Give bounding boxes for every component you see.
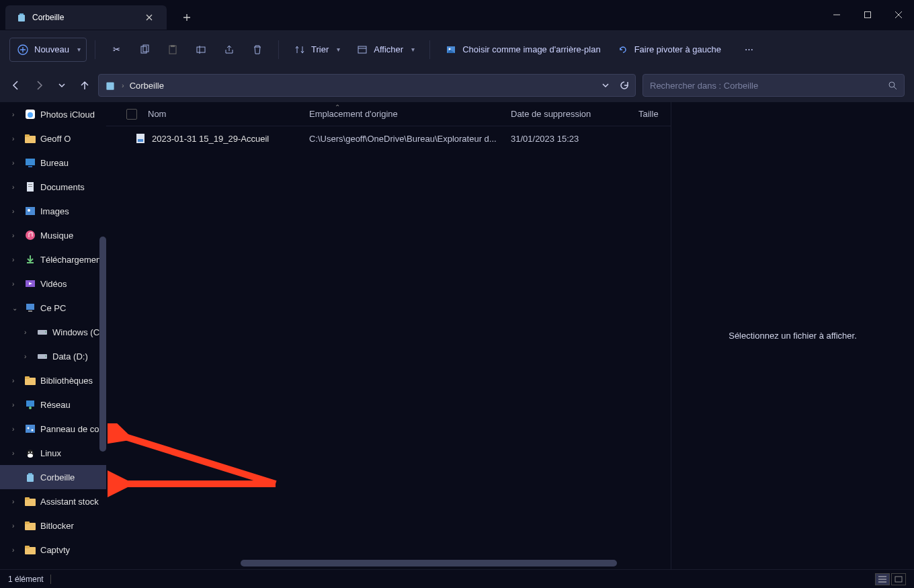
expand-icon[interactable]: › [12,232,20,239]
sidebar-item-label: Data (D:) [52,351,88,362]
minimize-button[interactable] [821,4,852,26]
expand-icon[interactable]: › [12,401,20,409]
sidebar-item-bureau[interactable]: ›Bureau [0,151,106,175]
rotate-icon [617,44,629,56]
file-list: Nom ⌃ Emplacement d'origine Date de supp… [106,102,671,569]
sidebar-item-t-l-chargemen[interactable]: ›Téléchargemen [0,247,106,271]
back-button[interactable] [9,79,23,92]
svg-point-24 [28,209,30,212]
recycle-bin-icon [16,12,27,23]
forward-button[interactable] [32,79,46,92]
up-button[interactable] [78,79,91,92]
tiles-view-button[interactable] [891,573,906,585]
paste-button[interactable] [160,38,185,62]
expand-icon[interactable]: › [12,256,20,263]
expand-icon[interactable]: › [12,280,20,288]
recycle-bin-icon [104,79,116,91]
sidebar-item-photos-icloud[interactable]: ›Photos iCloud [0,102,106,126]
delete-button[interactable] [245,38,270,62]
sidebar-item-ce-pc[interactable]: ⌄Ce PC [0,296,106,320]
horizontal-scrollbar[interactable] [241,560,617,566]
column-size[interactable]: Taille [630,109,671,119]
preview-empty-text: Sélectionnez un fichier à afficher. [729,331,857,341]
svg-rect-17 [25,134,30,137]
file-row[interactable]: 2023-01-31 15_19_29-AccueilC:\Users\geof… [106,126,671,151]
rename-icon [195,44,207,56]
search-input[interactable] [650,81,888,91]
sort-button[interactable]: Trier ▾ [287,38,347,62]
refresh-icon[interactable] [619,80,630,91]
expand-icon[interactable]: › [12,183,20,191]
sidebar-item-corbeille[interactable]: Corbeille [0,465,106,489]
column-origin[interactable]: Emplacement d'origine [301,109,503,119]
svg-rect-51 [25,546,30,548]
expand-icon[interactable]: › [24,353,32,360]
expand-icon[interactable]: › [12,522,20,530]
svg-rect-18 [26,159,35,165]
recent-button[interactable] [55,79,69,92]
arrow-up-icon [79,80,90,91]
svg-rect-2 [865,12,871,18]
tab-corbeille[interactable]: Corbeille [5,5,167,30]
separator [50,575,51,584]
sidebar-item-linux[interactable]: ›Linux [0,441,106,465]
sidebar-item-biblioth-ques[interactable]: ›Bibliothèques [0,368,106,392]
details-view-button[interactable] [875,573,890,585]
view-button[interactable]: Afficher ▾ [349,38,421,62]
sidebar-item-label: Linux [40,448,61,458]
breadcrumb-separator: › [122,81,124,89]
column-name[interactable]: Nom ⌃ [106,109,301,120]
close-icon [895,11,902,18]
sidebar-item-documents[interactable]: ›Documents [0,175,106,199]
expand-icon[interactable]: › [12,111,20,118]
tab-close-button[interactable] [140,8,159,27]
more-button[interactable]: ⋯ [736,38,761,62]
breadcrumb-current[interactable]: Corbeille [130,81,596,91]
sidebar-item-captvty[interactable]: ›Captvty [0,538,106,562]
sidebar-item-data-d-[interactable]: ›Data (D:) [0,344,106,368]
expand-icon[interactable]: › [12,135,20,142]
expand-icon[interactable]: › [12,546,20,554]
sidebar-item-r-seau[interactable]: ›Réseau [0,392,106,417]
sidebar-item-bitlocker[interactable]: ›Bitlocker [0,513,106,538]
expand-icon[interactable]: › [12,498,20,505]
copy-button[interactable] [132,38,157,62]
expand-icon[interactable]: › [12,159,20,167]
sidebar-item-geoff-o[interactable]: ›Geoff O [0,126,106,151]
address-bar[interactable]: › Corbeille [98,74,636,97]
rotate-left-button[interactable]: Faire pivoter à gauche [610,38,728,62]
expand-icon[interactable]: ⌄ [12,304,20,312]
grid-icon [895,576,903,583]
maximize-button[interactable] [852,4,883,26]
sidebar-scrollbar[interactable] [99,237,106,452]
set-background-label: Choisir comme image d'arrière-plan [462,44,601,54]
cut-button[interactable]: ✂ [103,38,129,62]
rename-button[interactable] [188,38,214,62]
sort-icon [294,44,306,56]
expand-icon[interactable]: › [12,377,20,384]
file-icon [134,132,147,144]
column-date[interactable]: Date de suppression [503,109,630,119]
sidebar-item-panneau-de-co[interactable]: ›Panneau de co [0,417,106,441]
images-icon [24,205,36,217]
set-background-button[interactable]: Choisir comme image d'arrière-plan [438,38,608,62]
svg-rect-19 [28,166,32,167]
sidebar-item-windows-c-[interactable]: ›Windows (C:) [0,320,106,344]
sidebar-item-musique[interactable]: ›Musique [0,223,106,247]
expand-icon[interactable]: › [12,425,20,433]
expand-icon[interactable]: › [12,450,20,457]
svg-point-15 [28,112,33,118]
expand-icon[interactable]: › [12,208,20,215]
new-button[interactable]: Nouveau ▾ [9,38,87,62]
chevron-down-icon[interactable] [601,81,610,89]
sidebar-item-assistant-stock[interactable]: ›Assistant stock [0,489,106,513]
sidebar-item-images[interactable]: ›Images [0,199,106,223]
select-all-checkbox[interactable] [126,109,137,120]
close-window-button[interactable] [883,4,914,26]
new-tab-button[interactable] [175,5,199,30]
search-bar[interactable] [642,74,905,97]
arrow-left-icon [11,80,22,91]
expand-icon[interactable]: › [24,329,32,336]
sidebar-item-vid-os[interactable]: ›Vidéos [0,271,106,296]
share-button[interactable] [216,38,242,62]
